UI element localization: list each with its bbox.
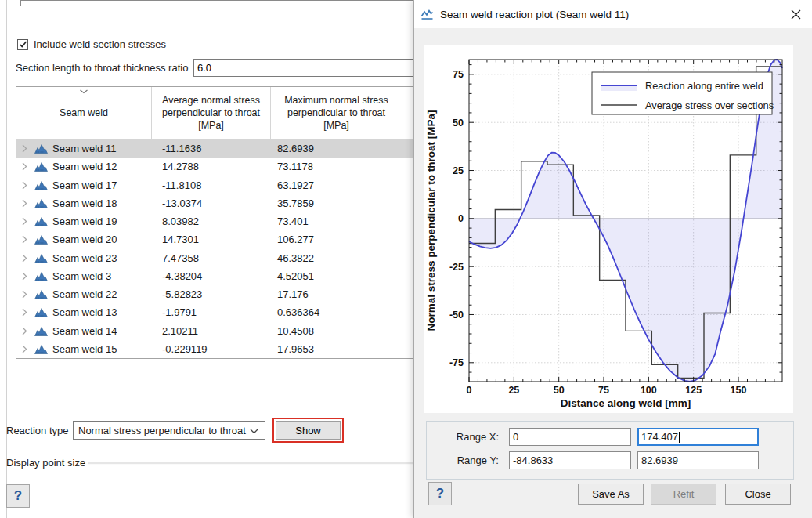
range-x-max-field[interactable]: 174.407 [637, 428, 759, 446]
weld-icon [34, 271, 49, 281]
average-stress-value: 2.10211 [152, 325, 271, 337]
save-as-button[interactable]: Save As [578, 484, 644, 505]
seam-weld-name: Seam weld 23 [52, 252, 117, 264]
seam-weld-cell: Seam weld 18 [16, 197, 152, 209]
chevron-right-icon[interactable] [22, 345, 34, 353]
column-header-seam-weld[interactable]: Seam weld [16, 87, 152, 139]
chevron-right-icon[interactable] [22, 199, 34, 208]
chevron-right-icon[interactable] [22, 272, 34, 281]
seam-weld-name: Seam weld 22 [52, 288, 117, 300]
table-row[interactable]: Seam weld 237.4735846.3822 [16, 249, 413, 267]
close-icon[interactable] [779, 0, 812, 28]
include-weld-section-stresses-checkbox[interactable] [17, 39, 28, 50]
range-y-min-field[interactable]: -84.8633 [509, 451, 631, 469]
reaction-plot-figure: 0255075100125150-75-50-250255075Distance… [424, 45, 793, 413]
seam-weld-name: Seam weld 20 [52, 234, 117, 245]
seam-weld-table: Seam weld Average normal stress perpendi… [16, 86, 413, 359]
svg-text:-25: -25 [449, 262, 464, 273]
svg-text:Average stress over sections: Average stress over sections [645, 100, 774, 111]
y-axis-title: Normal stress perpendicular to throat [M… [425, 110, 437, 331]
sort-chevron-icon [80, 89, 88, 94]
dialog-title: Seam weld reaction plot (Seam weld 11) [440, 9, 629, 20]
include-weld-section-stresses-row: Include weld section stresses [17, 38, 166, 50]
seam-weld-name: Seam weld 18 [52, 197, 117, 209]
seam-weld-cell: Seam weld 23 [16, 252, 152, 264]
svg-text:0: 0 [458, 213, 464, 224]
average-stress-value: -13.0374 [152, 197, 271, 209]
table-row[interactable]: Seam weld 17-11.810863.1927 [16, 176, 413, 194]
svg-text:-75: -75 [449, 357, 464, 368]
table-row[interactable]: Seam weld 198.0398273.401 [16, 212, 413, 230]
chevron-right-icon[interactable] [22, 290, 34, 299]
maximum-stress-value: 73.401 [271, 216, 402, 227]
maximum-stress-value: 35.7859 [271, 197, 402, 209]
panel-left-border [6, 0, 7, 518]
weld-icon [34, 198, 49, 208]
average-stress-value: -5.82823 [152, 288, 271, 300]
table-row[interactable]: Seam weld 13-1.97910.636364 [16, 303, 413, 321]
average-stress-value: 7.47358 [152, 252, 271, 264]
chevron-right-icon[interactable] [22, 235, 34, 244]
seam-weld-name: Seam weld 14 [52, 325, 117, 337]
help-button[interactable]: ? [6, 484, 30, 508]
dialog-help-button[interactable]: ? [428, 482, 452, 505]
text-cursor [679, 432, 680, 443]
plot-legend: Reaction along entire weldAverage stress… [592, 72, 774, 114]
table-row[interactable]: Seam weld 3-4.382044.52051 [16, 267, 413, 285]
table-row[interactable]: Seam weld 1214.278873.1178 [16, 158, 413, 176]
dialog-titlebar[interactable]: Seam weld reaction plot (Seam weld 11) [414, 0, 812, 28]
weld-icon [34, 143, 49, 154]
average-stress-value: -1.9791 [152, 306, 271, 318]
reaction-type-label: Reaction type [6, 425, 69, 436]
svg-text:-50: -50 [449, 310, 464, 321]
table-row[interactable]: Seam weld 18-13.037435.7859 [16, 194, 413, 212]
chevron-right-icon[interactable] [22, 254, 34, 263]
chevron-right-icon[interactable] [22, 162, 34, 171]
section-ratio-input[interactable] [193, 59, 413, 77]
svg-text:125: 125 [685, 385, 702, 396]
column-header-average-stress[interactable]: Average normal stress perpendicular to t… [152, 87, 271, 139]
maximum-stress-value: 0.636364 [271, 306, 402, 318]
checkmark-icon [19, 40, 27, 49]
weld-icon [34, 161, 49, 172]
display-point-size-slider[interactable] [88, 462, 413, 465]
maximum-stress-value: 10.4508 [271, 325, 402, 337]
chevron-right-icon[interactable] [22, 327, 34, 335]
seam-weld-table-header: Seam weld Average normal stress perpendi… [16, 87, 413, 139]
chevron-right-icon[interactable] [22, 144, 34, 153]
reaction-type-select[interactable]: Normal stress perpendicular to throat [73, 421, 265, 440]
svg-text:0: 0 [467, 385, 472, 396]
app-window: { "left_panel": { "include_checkbox_labe… [0, 0, 812, 518]
column-header-maximum-stress[interactable]: Maximum normal stress perpendicular to t… [271, 87, 402, 139]
seam-weld-cell: Seam weld 13 [16, 306, 152, 318]
svg-text:75: 75 [453, 69, 464, 80]
table-row[interactable]: Seam weld 11-11.163682.6939 [16, 139, 413, 158]
x-axis-title: Distance along weld [mm] [561, 397, 691, 409]
table-row[interactable]: Seam weld 2014.7301106.277 [16, 230, 413, 248]
maximum-stress-value: 73.1178 [271, 161, 402, 172]
svg-text:50: 50 [554, 385, 565, 396]
show-button[interactable]: Show [276, 421, 341, 440]
seam-weld-name: Seam weld 19 [52, 216, 117, 227]
chevron-right-icon[interactable] [22, 217, 34, 226]
svg-text:Reaction along entire weld: Reaction along entire weld [645, 80, 763, 92]
maximum-stress-value: 46.3822 [271, 252, 402, 264]
range-y-max-field[interactable]: 82.6939 [637, 451, 759, 469]
table-row[interactable]: Seam weld 142.1021110.4508 [16, 322, 413, 340]
average-stress-value: 8.03982 [152, 216, 271, 227]
reaction-plot[interactable]: 0255075100125150-75-50-250255075Distance… [424, 45, 793, 413]
table-row[interactable]: Seam weld 15-0.22911917.9653 [16, 340, 413, 358]
refit-button[interactable]: Refit [651, 484, 716, 505]
range-x-min-field[interactable]: 0 [509, 428, 631, 446]
chevron-right-icon[interactable] [22, 308, 34, 317]
weld-icon [34, 180, 49, 190]
weld-icon [34, 216, 49, 226]
seam-weld-cell: Seam weld 11 [16, 143, 152, 154]
section-ratio-label: Section length to throat thickness ratio [16, 62, 188, 74]
display-point-size-label: Display point size [6, 457, 85, 469]
close-button[interactable]: Close [725, 484, 791, 505]
seam-weld-cell: Seam weld 17 [16, 179, 152, 191]
chevron-right-icon[interactable] [22, 181, 34, 190]
table-row[interactable]: Seam weld 22-5.8282317.176 [16, 285, 413, 303]
seam-weld-name: Seam weld 13 [52, 306, 117, 318]
